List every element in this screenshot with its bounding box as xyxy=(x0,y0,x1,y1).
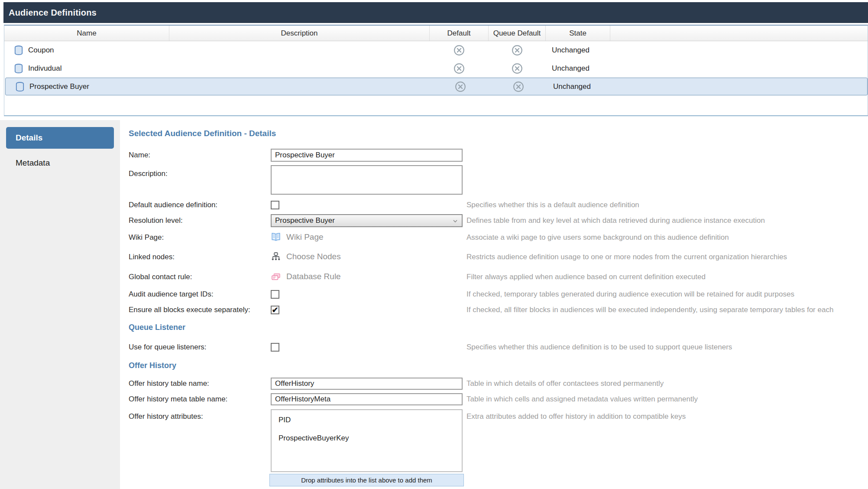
linked-nodes-label: Linked nodes: xyxy=(129,253,175,261)
description-textarea[interactable] xyxy=(271,165,463,195)
offer-history-meta-input[interactable] xyxy=(271,393,463,405)
offer-history-table-label: Offer history table name: xyxy=(129,379,209,388)
choose-nodes-button-label: Choose Nodes xyxy=(286,252,341,261)
column-header-spacer xyxy=(610,26,868,41)
chevron-down-icon xyxy=(452,218,459,225)
audience-name: Indivudual xyxy=(28,64,62,73)
audience-definitions-page: Audience Definitions Name Description De… xyxy=(0,0,868,489)
resolution-level-help: Defines table from and key level at whic… xyxy=(466,216,765,225)
offer-history-table-help: Table in which details of offer contacte… xyxy=(466,379,664,388)
offer-history-table-input[interactable] xyxy=(271,378,463,390)
resolution-level-select[interactable]: Prospective Buyer xyxy=(271,214,463,227)
default-audience-checkbox[interactable] xyxy=(271,201,279,209)
default-toggle[interactable] xyxy=(430,45,489,56)
database-icon xyxy=(13,63,24,74)
wiki-page-help: Associate a wiki page to give users some… xyxy=(466,233,729,242)
circle-x-icon xyxy=(512,63,523,74)
ensure-blocks-help: If checked, all filter blocks in audienc… xyxy=(466,306,833,314)
table-row[interactable]: Indivudual Unchanged xyxy=(4,59,868,78)
state-value: Unchanged xyxy=(546,64,610,73)
default-audience-label: Default audience definition: xyxy=(129,201,217,209)
description-label: Description: xyxy=(129,170,168,178)
circle-x-icon xyxy=(453,45,465,56)
circle-x-icon xyxy=(513,81,524,92)
offer-history-attributes-label: Offer history attributes: xyxy=(129,412,203,421)
database-icon xyxy=(13,45,24,55)
audit-ids-checkbox[interactable] xyxy=(271,290,279,299)
section-heading-queue-listener: Queue Listener xyxy=(129,323,185,332)
section-heading-offer-history: Offer History xyxy=(129,361,176,370)
open-book-icon xyxy=(271,232,281,242)
audience-name: Coupon xyxy=(28,46,54,55)
section-heading-details: Selected Audience Definition - Details xyxy=(129,129,868,138)
wiki-page-button[interactable]: Wiki Page xyxy=(271,232,324,242)
audience-table: Name Description Default Queue Default S… xyxy=(4,25,868,116)
wiki-page-button-label: Wiki Page xyxy=(286,232,324,242)
name-input[interactable] xyxy=(271,149,463,162)
database-icon xyxy=(15,82,25,92)
table-header-row: Name Description Default Queue Default S… xyxy=(4,26,868,41)
offer-history-attributes-help: Extra attributes added to offer history … xyxy=(466,412,686,421)
column-header-queue-default: Queue Default xyxy=(489,26,546,41)
use-for-queue-checkbox[interactable] xyxy=(271,343,279,352)
resolution-level-label: Resolution level: xyxy=(129,216,183,225)
details-panel: Selected Audience Definition - Details N… xyxy=(120,120,868,489)
queue-default-toggle[interactable] xyxy=(489,45,546,56)
list-item[interactable]: PID xyxy=(272,411,462,429)
queue-default-toggle[interactable] xyxy=(490,81,547,92)
circle-x-icon xyxy=(455,81,466,92)
sidebar-item-details[interactable]: Details xyxy=(6,127,114,149)
state-value: Unchanged xyxy=(547,82,612,91)
ensure-blocks-label: Ensure all blocks execute separately: xyxy=(129,306,250,314)
audience-name: Prospective Buyer xyxy=(29,82,89,91)
resolution-level-value: Prospective Buyer xyxy=(275,216,335,225)
page-title: Audience Definitions xyxy=(3,8,97,18)
sidebar-item-metadata[interactable]: Metadata xyxy=(16,158,50,168)
default-toggle[interactable] xyxy=(431,81,490,92)
column-header-state: State xyxy=(546,26,610,41)
sidebar: Details Metadata xyxy=(0,120,120,489)
default-audience-help: Specifies whether this is a default audi… xyxy=(466,201,639,209)
global-contact-rule-help: Filter always applied when audience base… xyxy=(466,273,706,281)
linked-nodes-help: Restricts audience definition usage to o… xyxy=(466,253,787,261)
state-value: Unchanged xyxy=(546,46,610,55)
database-rule-button-label: Database Rule xyxy=(286,272,341,281)
ensure-blocks-checkbox[interactable]: ✔ xyxy=(271,306,279,314)
database-rule-button[interactable]: Database Rule xyxy=(271,271,341,282)
queue-default-toggle[interactable] xyxy=(489,63,546,74)
attributes-drop-zone[interactable]: Drop attributes into the list above to a… xyxy=(269,474,464,486)
circle-x-icon xyxy=(453,63,465,74)
cards-icon xyxy=(271,271,281,282)
choose-nodes-button[interactable]: Choose Nodes xyxy=(271,251,341,262)
default-toggle[interactable] xyxy=(430,63,489,74)
global-contact-rule-label: Global contact rule: xyxy=(129,273,192,281)
table-row-selected[interactable]: Prospective Buyer Unchanged xyxy=(5,78,868,95)
circle-x-icon xyxy=(512,45,523,56)
offer-history-attributes-list[interactable]: PID ProspectiveBuyerKey xyxy=(271,409,463,472)
use-for-queue-label: Use for queue listeners: xyxy=(129,343,207,352)
audit-ids-help: If checked, temporary tables generated d… xyxy=(466,290,794,299)
offer-history-meta-label: Offer history meta table name: xyxy=(129,395,227,404)
sitemap-icon xyxy=(271,251,281,262)
offer-history-meta-help: Table in which cells and assigned metada… xyxy=(466,395,698,404)
column-header-name: Name xyxy=(4,26,169,41)
title-bar: Audience Definitions xyxy=(3,2,868,23)
column-header-description: Description xyxy=(169,26,430,41)
audit-ids-label: Audit audience target IDs: xyxy=(129,290,214,299)
sidebar-item-label: Metadata xyxy=(16,158,50,167)
sidebar-item-label: Details xyxy=(16,133,42,143)
name-label: Name: xyxy=(129,151,150,160)
wiki-page-label: Wiki Page: xyxy=(129,233,164,242)
column-header-default: Default xyxy=(430,26,489,41)
checkbox-glyph: ✔ xyxy=(272,306,278,314)
list-item[interactable]: ProspectiveBuyerKey xyxy=(272,429,462,447)
table-row[interactable]: Coupon Unchanged xyxy=(4,41,868,59)
drop-zone-hint: Drop attributes into the list above to a… xyxy=(301,476,432,484)
use-for-queue-help: Specifies whether this audience definiti… xyxy=(466,343,732,352)
